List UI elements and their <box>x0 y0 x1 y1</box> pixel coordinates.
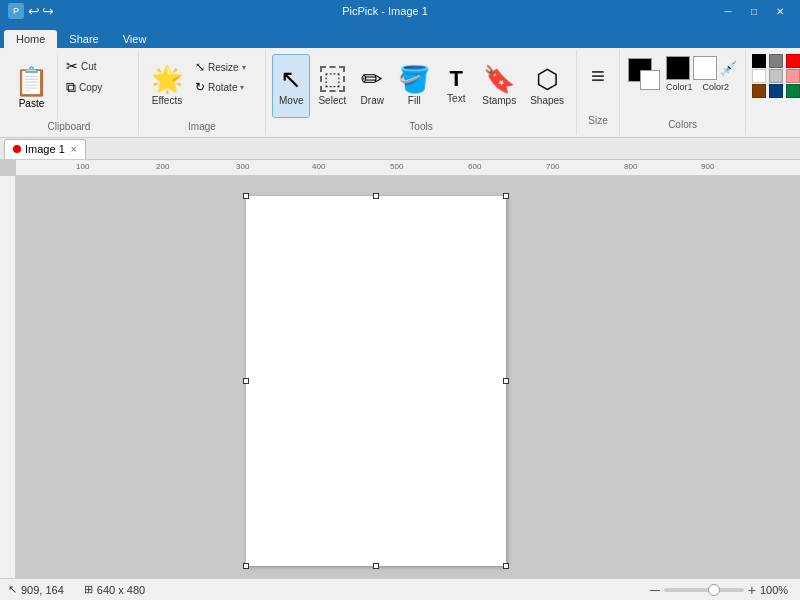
fill-button[interactable]: 🪣 Fill <box>392 54 436 118</box>
cut-icon: ✂ <box>66 58 78 74</box>
palette-swatch[interactable] <box>752 54 766 68</box>
background-color[interactable] <box>640 70 660 90</box>
ruler-mark-200: 200 <box>156 162 169 171</box>
ruler-mark-700: 700 <box>546 162 559 171</box>
shapes-label: Shapes <box>530 95 564 106</box>
paste-label: Paste <box>19 98 45 109</box>
image-group: 🌟 Effects ⤡ Resize ▾ ↻ Rotate ▾ Image <box>139 50 266 135</box>
tab-modified-indicator <box>13 145 21 153</box>
size-group: ≡ Size <box>577 50 620 135</box>
maximize-button[interactable]: □ <box>742 3 766 19</box>
resize-button[interactable]: ⤡ Resize ▾ <box>191 58 259 76</box>
copy-icon: ⧉ <box>66 79 76 96</box>
sel-handle-bm[interactable] <box>373 563 379 569</box>
palette-swatch[interactable] <box>786 54 800 68</box>
ruler-mark-300: 300 <box>236 162 249 171</box>
sel-handle-bl[interactable] <box>243 563 249 569</box>
color2-label: Color2 <box>703 82 730 92</box>
palette-group-label: Palette <box>750 120 800 133</box>
ruler-horizontal: 100 200 300 400 500 600 700 800 900 <box>16 160 800 176</box>
sel-handle-tl[interactable] <box>243 193 249 199</box>
shapes-icon: ⬡ <box>536 66 559 92</box>
move-icon: ↖ <box>280 66 302 92</box>
window-controls: ─ □ ✕ <box>716 3 792 19</box>
eyedropper-icon[interactable]: 💉 <box>720 60 737 76</box>
clipboard-group: 📋 Paste ✂ Cut ⧉ Copy Clipboard <box>0 50 139 135</box>
resize-icon: ⤡ <box>195 60 205 74</box>
palette-swatch[interactable] <box>752 69 766 83</box>
redo-button[interactable]: ↪ <box>42 3 54 19</box>
ruler-mark-100: 100 <box>76 162 89 171</box>
ruler-mark-800: 800 <box>624 162 637 171</box>
menubar: Home Share View <box>0 22 800 48</box>
size-content: ≡ <box>585 58 611 114</box>
colors-group-label: Colors <box>626 118 739 131</box>
draw-icon: ✏ <box>361 66 383 92</box>
palette-swatch[interactable] <box>786 69 800 83</box>
undo-button[interactable]: ↩ <box>28 3 40 19</box>
copy-button[interactable]: ⧉ Copy <box>62 77 130 98</box>
palette-swatch[interactable] <box>769 54 783 68</box>
cursor-coords: 909, 164 <box>21 584 64 596</box>
color2-swatch[interactable] <box>693 56 717 80</box>
app-title: PicPick - Image 1 <box>54 5 716 17</box>
effects-button[interactable]: 🌟 Effects <box>145 54 189 118</box>
size-button[interactable]: ≡ <box>587 60 609 92</box>
sel-handle-br[interactable] <box>503 563 509 569</box>
file-tab-image1[interactable]: Image 1 × <box>4 139 86 159</box>
close-button[interactable]: ✕ <box>768 3 792 19</box>
statusbar: ↖ 909, 164 ⊞ 640 x 480 ─ + 100% <box>0 578 800 600</box>
canvas-workspace[interactable] <box>16 176 800 578</box>
paste-button[interactable]: 📋 Paste <box>6 54 58 120</box>
sel-handle-tr[interactable] <box>503 193 509 199</box>
palette-swatch[interactable] <box>786 84 800 98</box>
ruler-mark-900: 900 <box>701 162 714 171</box>
stamps-button[interactable]: 🔖 Stamps <box>476 54 522 118</box>
tools-content: ↖ Move ⬚ Select ✏ Draw 🪣 Fill T Text 🔖 S <box>270 52 572 120</box>
select-button[interactable]: ⬚ Select <box>312 54 352 118</box>
palette-row-2 <box>752 69 800 83</box>
draw-button[interactable]: ✏ Draw <box>354 54 390 118</box>
cut-button[interactable]: ✂ Cut <box>62 56 130 76</box>
zoom-level: 100% <box>760 584 792 596</box>
cursor-position: ↖ 909, 164 <box>8 583 64 596</box>
color1-label: Color1 <box>666 82 693 92</box>
color1-swatch[interactable] <box>666 56 690 80</box>
image-size: ⊞ 640 x 480 <box>84 583 145 596</box>
rotate-button[interactable]: ↻ Rotate ▾ <box>191 78 259 96</box>
zoom-thumb[interactable] <box>708 584 720 596</box>
palette-swatch[interactable] <box>769 84 783 98</box>
shapes-button[interactable]: ⬡ Shapes <box>524 54 570 118</box>
tab-view[interactable]: View <box>111 30 159 48</box>
zoom-out-button[interactable]: ─ <box>650 582 660 598</box>
zoom-slider[interactable] <box>664 588 744 592</box>
move-button[interactable]: ↖ Move <box>272 54 310 118</box>
copy-label: Copy <box>79 82 102 93</box>
image-canvas[interactable] <box>246 196 506 566</box>
effects-label: Effects <box>152 95 182 106</box>
size-group-label: Size <box>585 114 611 127</box>
minimize-button[interactable]: ─ <box>716 3 740 19</box>
clipboard-right: ✂ Cut ⧉ Copy <box>60 54 132 120</box>
palette-swatch[interactable] <box>769 69 783 83</box>
rotate-label: Rotate <box>208 82 237 93</box>
ruler-mark-600: 600 <box>468 162 481 171</box>
text-label: Text <box>447 93 465 104</box>
file-tab-close[interactable]: × <box>71 144 77 155</box>
titlebar-left: P ↩ ↪ <box>8 3 54 19</box>
clipboard-content: 📋 Paste ✂ Cut ⧉ Copy <box>4 52 134 120</box>
text-button[interactable]: T Text <box>438 54 474 118</box>
sel-handle-mr[interactable] <box>503 378 509 384</box>
palette-swatch[interactable] <box>752 84 766 98</box>
canvas-area[interactable]: 100 200 300 400 500 600 700 800 900 <box>0 160 800 578</box>
cut-label: Cut <box>81 61 97 72</box>
draw-label: Draw <box>361 95 384 106</box>
tab-share[interactable]: Share <box>57 30 110 48</box>
clipboard-group-label: Clipboard <box>4 120 134 133</box>
palette-group: ⋮ More Palette <box>746 50 800 135</box>
sel-handle-ml[interactable] <box>243 378 249 384</box>
sel-handle-tm[interactable] <box>373 193 379 199</box>
zoom-in-button[interactable]: + <box>748 582 756 598</box>
color-swatches-labeled: 💉 Color1 Color2 <box>666 56 737 92</box>
tab-home[interactable]: Home <box>4 30 57 48</box>
